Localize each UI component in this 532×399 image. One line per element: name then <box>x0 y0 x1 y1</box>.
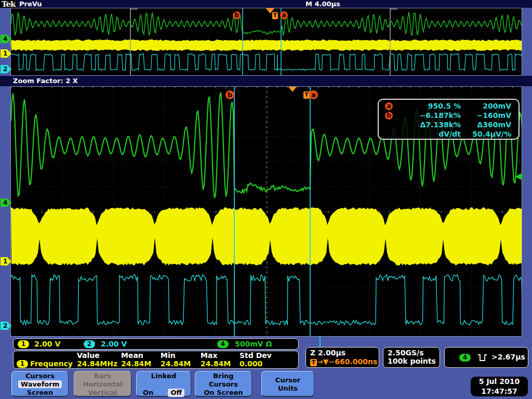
zoom-factor-label: Zoom Factor: 2 X <box>13 77 78 85</box>
overview-window <box>10 8 522 76</box>
overview-waveform-display <box>11 8 522 75</box>
cursor-rate-value: 50.4µV/% <box>461 130 518 139</box>
channel-1-marker-zoom[interactable]: 1 <box>1 257 11 265</box>
meas-min: 24.84M <box>161 360 191 368</box>
menu-title-cursors: Cursors <box>12 372 68 380</box>
cursor-a-marker[interactable]: a <box>280 11 288 19</box>
channel-2-marker[interactable]: 2 <box>1 65 11 73</box>
cursor-a-badge: a <box>385 102 393 110</box>
menu-button-cursors[interactable]: Cursors Waveform Screen <box>11 371 69 397</box>
meas-max: 24.84M <box>201 360 231 368</box>
menu-option-vertical[interactable]: Vertical <box>88 389 117 396</box>
meas-channel-badge: 1 <box>17 360 28 368</box>
cursor-a-extension-line <box>320 337 321 347</box>
channel-1-badge[interactable]: 1 <box>18 340 29 348</box>
channel-4-marker-zoom[interactable]: 4 <box>1 198 11 207</box>
meas-mean: 24.84M <box>121 360 151 368</box>
title-bar: Tek PreVu M 4.00µs <box>0 0 532 8</box>
main-timebase-readout: M 4.00µs <box>305 0 340 8</box>
record-length: 100k points <box>388 357 440 365</box>
channel-2-marker-zoom[interactable]: 2 <box>1 322 11 330</box>
cursor-a-marker-zoom[interactable]: a <box>309 90 318 99</box>
date-readout: 5 Jul 2010 <box>471 377 528 387</box>
meas-name: Frequency <box>30 360 73 368</box>
cursor-delta-value: Δ7.138k% <box>379 121 461 130</box>
horizontal-readout-box: Z 2.00µs T→▼−660.000ns <box>305 347 379 368</box>
menu-title-linked: Linked <box>137 372 191 380</box>
menu-option-waveform[interactable]: Waveform <box>18 380 62 388</box>
menu-button-bars[interactable]: Bars Horizontal Vertical <box>74 371 131 397</box>
meas-value: 24.84MHz <box>77 360 117 368</box>
channel-4-badge[interactable]: 4 <box>217 340 229 348</box>
menu-line-onscreen: On Screen <box>195 389 251 397</box>
channel-4-marker[interactable]: 4 <box>1 35 11 43</box>
menu-button-cursor-units[interactable]: Cursor Units <box>261 371 314 397</box>
time-readout: 17:47:57 <box>471 387 528 396</box>
cursor-delta-voltage: Δ360mV <box>461 121 518 130</box>
delay-trigger-icon: T <box>310 359 317 366</box>
cursor-b-marker[interactable]: b <box>233 11 241 19</box>
cursor-b-voltage: −160mV <box>461 111 518 121</box>
datetime-box: 5 Jul 2010 17:47:57 <box>471 377 528 396</box>
menu-option-on[interactable]: On <box>143 389 153 397</box>
trigger-t-icon: T <box>272 12 278 19</box>
menu-title-bars: Bars <box>74 372 131 380</box>
channel-1-marker[interactable]: 1 <box>1 49 11 58</box>
zoom-factor-bar: Zoom Factor: 2 X <box>0 76 532 86</box>
menu-line-cursors: Cursors <box>195 380 251 389</box>
acquisition-box: 2.50GS/s 100k points <box>383 347 440 368</box>
meas-stddev: 0.000 <box>240 360 262 368</box>
meas-header-mean: Mean <box>121 351 143 360</box>
meas-header-stddev: Std Dev <box>240 351 272 360</box>
delay-marker-icon: ▼ <box>323 357 329 366</box>
measurement-box: Value Mean Min Max Std Dev 1 Frequency 2… <box>13 351 299 369</box>
trigger-position-icon-zoom[interactable] <box>288 87 297 92</box>
channel-readout-bar: 1 2.00 V 2 2.00 V 4 500mV Ω <box>13 338 299 350</box>
pulse-width-icon <box>477 353 488 362</box>
acquisition-status: PreVu <box>19 0 42 8</box>
channel-2-badge[interactable]: 2 <box>84 340 95 348</box>
channel-4-scale: 500mV Ω <box>235 340 272 348</box>
delay-arrow-icon: → <box>317 357 323 366</box>
channel-1-scale: 2.00 V <box>34 340 60 348</box>
cursor-a-voltage: 200mV <box>461 102 518 111</box>
cursor-b-badge: b <box>385 112 393 119</box>
oscilloscope-screen: Tek PreVu M 4.00µs b T a 4 1 2 Zoom Fact… <box>0 0 532 399</box>
delay-value: −660.000ns <box>329 357 378 366</box>
menu-line-units: Units <box>262 384 314 393</box>
menu-line-cursor: Cursor <box>262 376 314 384</box>
trigger-level-icon[interactable] <box>515 173 522 180</box>
menu-line-bring: Bring <box>195 372 251 380</box>
cursor-readout-box: a 950.5 % 200mV b −6.187k% −160mV Δ7.138… <box>378 99 520 140</box>
menu-option-screen[interactable]: Screen <box>27 389 53 396</box>
meas-header-max: Max <box>201 351 217 360</box>
menu-button-bring-cursors[interactable]: Bring Cursors On Screen <box>195 371 252 397</box>
meas-header-value: Value <box>77 351 100 360</box>
zoom-timebase: Z 2.00µs <box>310 349 379 357</box>
cursor-b-marker-zoom[interactable]: b <box>225 90 234 99</box>
trigger-condition: >2.67µs <box>491 353 525 361</box>
menu-button-linked[interactable]: Linked On Off <box>136 371 191 397</box>
meas-header-min: Min <box>161 351 176 360</box>
menu-option-horizontal[interactable]: Horizontal <box>83 380 123 388</box>
channel-2-scale: 2.00 V <box>101 340 127 348</box>
menu-option-off[interactable]: Off <box>168 389 184 397</box>
trigger-readout-box: 4 >2.67µs <box>444 347 528 368</box>
cursor-rate-label: dV/dt <box>379 130 461 139</box>
trigger-channel-badge: 4 <box>459 354 471 362</box>
sample-rate: 2.50GS/s <box>388 349 440 357</box>
